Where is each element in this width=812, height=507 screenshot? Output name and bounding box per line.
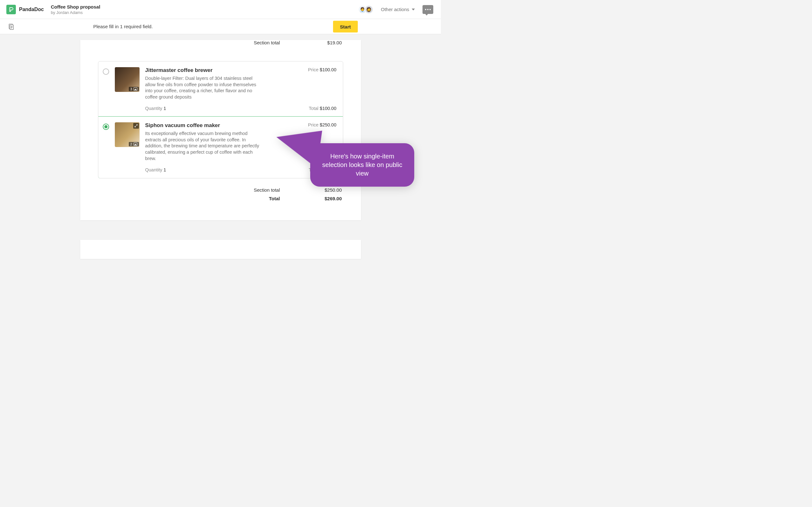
grand-total-label: Total	[269, 196, 280, 201]
required-fields-bar: Please fill in 1 required field. Start	[0, 19, 441, 34]
product-thumbnail[interactable]: 2	[115, 122, 140, 147]
thumbnail-count-badge: 3	[129, 87, 139, 91]
product-footer: Quantity 1 Total $250.00	[145, 167, 337, 172]
line-total-label: Total $100.00	[309, 106, 336, 111]
callout-text: Here's how single-item selection looks l…	[322, 153, 402, 177]
grand-total-row: Total $269.00	[93, 196, 348, 201]
thumbnail-count: 3	[130, 87, 132, 91]
avatar[interactable]: 🧔	[364, 5, 373, 14]
document-outline-button[interactable]	[8, 23, 14, 30]
annotation-callout: Here's how single-item selection looks l…	[310, 143, 414, 187]
document-title: Coffee Shop proposal	[51, 4, 100, 9]
image-icon	[134, 143, 137, 146]
quantity-value: 1	[164, 167, 166, 172]
document-viewport[interactable]: Section total $19.00 3 Jittermaster coff…	[0, 34, 441, 275]
expand-thumbnail-button[interactable]	[133, 123, 139, 129]
product-thumbnail[interactable]: 3	[115, 67, 140, 92]
price-value: $100.00	[320, 67, 336, 72]
author-prefix: by	[51, 10, 56, 15]
product-price: Price $100.00	[308, 67, 337, 72]
price-value: $250.00	[320, 122, 336, 127]
app-header: PandaDoc Coffee Shop proposal by Jordan …	[0, 0, 441, 19]
product-price: Price $250.00	[308, 122, 337, 127]
product-description: Its exceptionally effective vacuum brewi…	[145, 130, 263, 162]
section-total-label: Section total	[254, 40, 280, 45]
grand-total-value: $269.00	[318, 196, 342, 201]
section-total-row: Section total $19.00	[93, 40, 348, 45]
quantity-label: Quantity 1	[145, 106, 166, 111]
thumbnail-count-badge: 2	[129, 142, 139, 147]
other-actions-menu[interactable]: Other actions	[381, 7, 415, 12]
panda-icon	[8, 7, 14, 12]
start-button[interactable]: Start	[333, 20, 358, 32]
brand-logo	[6, 5, 16, 14]
brand-name: PandaDoc	[19, 7, 44, 12]
product-footer: Quantity 1 Total $100.00	[145, 106, 337, 111]
expand-icon	[134, 124, 138, 128]
section-total-row: Section total $250.00	[93, 187, 348, 193]
chevron-down-icon	[412, 9, 415, 10]
section-total-value: $250.00	[318, 187, 342, 193]
section-total-label: Section total	[254, 187, 280, 193]
pages-icon	[8, 23, 14, 30]
image-icon	[134, 88, 137, 91]
chat-icon	[425, 9, 431, 10]
quantity-label: Quantity 1	[145, 167, 166, 172]
product-option[interactable]: 3 Jittermaster coffee brewer Double-laye…	[98, 61, 343, 117]
radio-unselected[interactable]	[103, 68, 109, 75]
document-page	[80, 240, 361, 259]
other-actions-label: Other actions	[381, 7, 409, 12]
product-description: Double-layer Filter: Dual layers of 304 …	[145, 75, 263, 100]
required-fields-message: Please fill in 1 required field.	[93, 24, 153, 29]
radio-selected[interactable]	[103, 124, 109, 130]
thumbnail-count: 2	[130, 142, 132, 146]
line-total-value: $100.00	[320, 106, 336, 111]
quantity-value: 1	[164, 106, 166, 111]
document-author: by Jordan Adams	[51, 10, 100, 15]
section-total-value: $19.00	[318, 40, 342, 45]
chat-button[interactable]	[422, 5, 433, 14]
author-name: Jordan Adams	[56, 10, 83, 15]
product-body: Jittermaster coffee brewer Double-layer …	[145, 67, 337, 111]
collaborator-avatars[interactable]: 🧑‍💼 🧔	[358, 5, 373, 14]
document-meta: Coffee Shop proposal by Jordan Adams	[51, 4, 100, 15]
